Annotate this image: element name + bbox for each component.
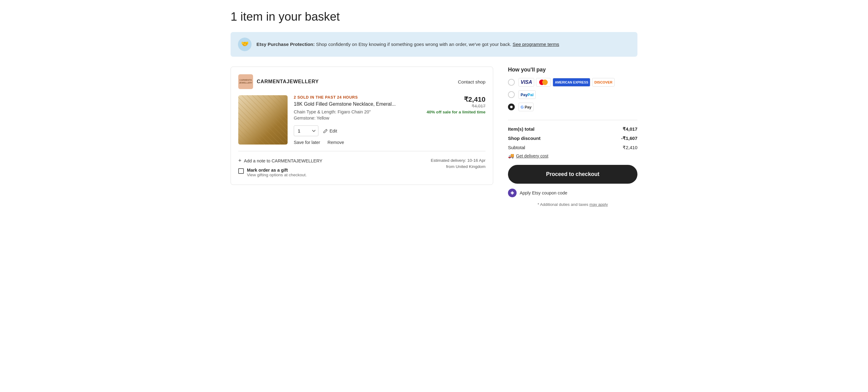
item-variant-1: Chain Type & Length: Figaro Chain 20" [294, 109, 421, 115]
gift-sublabel: View gifting options at checkout. [247, 172, 307, 177]
radio-paypal[interactable] [508, 91, 515, 98]
shop-avatar: CARMENTAJEWELLERY [238, 74, 253, 89]
item-image [238, 95, 287, 144]
protection-text: Etsy Purchase Protection: Shop confident… [256, 41, 559, 48]
summary-totals: Item(s) total ₹4,017 Shop discount -₹1,6… [508, 120, 638, 159]
subtotal-value: ₹2,410 [623, 145, 638, 151]
payment-options: VISA AMERICAN EXPRESS DISCOVER [508, 78, 638, 111]
shop-discount-label: Shop discount [508, 136, 540, 141]
gift-checkbox[interactable] [238, 168, 244, 174]
see-programme-terms-link[interactable]: See programme terms [513, 42, 559, 47]
divider [238, 151, 486, 151]
original-price: ₹4,017 [472, 103, 486, 108]
protection-banner: 🤝 Etsy Purchase Protection: Shop confide… [230, 32, 638, 57]
gift-section: Mark order as a gift View gifting option… [238, 168, 322, 177]
radio-gpay[interactable] [508, 103, 515, 110]
summary-panel: How you'll pay VISA [508, 67, 638, 207]
save-for-later-button[interactable]: Save for later [294, 140, 320, 145]
amex-card: AMERICAN EXPRESS [553, 78, 590, 87]
items-total-row: Item(s) total ₹4,017 [508, 126, 638, 132]
quantity-select[interactable]: 1 2 3 [294, 125, 318, 136]
item-name: 18K Gold Filled Gemstone Necklace, Emera… [294, 101, 421, 107]
shop-footer: + Add a note to CARMENTAJEWELLERY Mark o… [238, 158, 486, 177]
gift-label: Mark order as a gift [247, 168, 307, 172]
handshake-icon: 🤝 [238, 38, 251, 51]
pencil-icon [323, 129, 328, 133]
payment-row-cards: VISA AMERICAN EXPRESS DISCOVER [508, 78, 638, 87]
shop-name: CARMENTAJEWELLERY [257, 79, 319, 85]
discount-text: 40% off sale for a limited time [427, 110, 486, 115]
subtotal-label: Subtotal [508, 145, 525, 151]
shop-header: CARMENTAJEWELLERY CARMENTAJEWELLERY Cont… [238, 74, 486, 89]
current-price: ₹2,410 [464, 95, 486, 103]
basket-section: CARMENTAJEWELLERY CARMENTAJEWELLERY Cont… [230, 67, 493, 192]
visa-card: VISA [519, 78, 534, 87]
shop-info: CARMENTAJEWELLERY CARMENTAJEWELLERY [238, 74, 319, 89]
delivery-date: Estimated delivery: 10-16 Apr [431, 158, 486, 164]
radio-cards[interactable] [508, 79, 515, 86]
item-price-section: ₹2,410 ₹4,017 40% off sale for a limited… [427, 95, 486, 145]
remove-button[interactable]: Remove [328, 140, 344, 145]
items-total-value: ₹4,017 [623, 126, 638, 132]
payment-row-gpay: G Pay [508, 103, 638, 111]
items-total-label: Item(s) total [508, 126, 534, 132]
coupon-text[interactable]: Apply Etsy coupon code [520, 191, 567, 195]
item-variant-2: Gemstone: Yellow [294, 116, 421, 121]
contact-shop-button[interactable]: Contact shop [458, 79, 486, 85]
delivery-link-row: 🚚 Get delivery cost [508, 153, 638, 159]
coupon-row: Apply Etsy coupon code [508, 189, 638, 197]
get-delivery-cost-link[interactable]: Get delivery cost [516, 154, 548, 158]
paypal-card: PayPal [519, 90, 536, 99]
delivery-origin: from United Kingdom [431, 164, 486, 170]
item-row: 2 SOLD IN THE PAST 24 HOURS 18K Gold Fil… [238, 95, 486, 145]
shop-card: CARMENTAJEWELLERY CARMENTAJEWELLERY Cont… [230, 67, 493, 185]
checkout-button[interactable]: Proceed to checkout [508, 165, 638, 184]
coupon-icon [508, 189, 517, 197]
discover-card: DISCOVER [592, 78, 614, 87]
shop-discount-row: Shop discount -₹1,607 [508, 136, 638, 141]
taxes-note: * Additional duties and taxes may apply [508, 202, 638, 207]
item-details: 2 SOLD IN THE PAST 24 HOURS 18K Gold Fil… [294, 95, 421, 145]
svg-point-2 [512, 192, 513, 194]
sold-badge: 2 SOLD IN THE PAST 24 HOURS [294, 95, 421, 100]
taxes-link[interactable]: may apply [589, 202, 608, 207]
gpay-card: G Pay [519, 103, 533, 111]
how-you-pay-title: How you'll pay [508, 67, 638, 73]
page-title: 1 item in your basket [230, 10, 638, 24]
edit-button[interactable]: Edit [323, 129, 337, 133]
payment-row-paypal: PayPal [508, 90, 638, 99]
svg-text:🤝: 🤝 [241, 40, 249, 47]
payment-cards: VISA AMERICAN EXPRESS DISCOVER [519, 78, 615, 87]
delivery-info: Estimated delivery: 10-16 Apr from Unite… [431, 158, 486, 170]
subtotal-row: Subtotal ₹2,410 [508, 145, 638, 151]
mastercard-card [536, 78, 551, 87]
shop-discount-value: -₹1,607 [621, 136, 638, 141]
add-note-button[interactable]: + Add a note to CARMENTAJEWELLERY [238, 158, 322, 164]
item-actions: Save for later Remove [294, 140, 421, 145]
